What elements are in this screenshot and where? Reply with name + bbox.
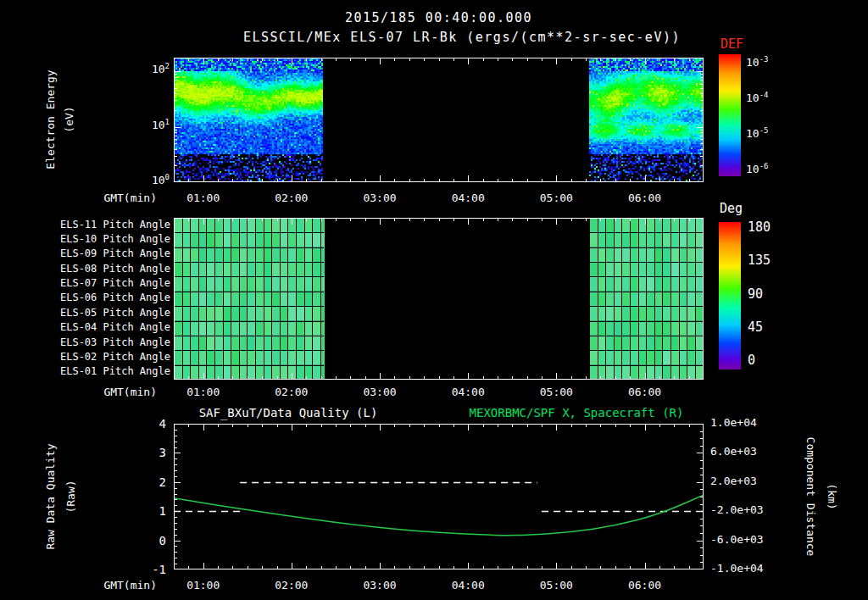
- pitch-row-label: ELS-04 Pitch Angle: [50, 322, 170, 334]
- pitch-row-label: ELS-08 Pitch Angle: [50, 264, 170, 275]
- x-tick-label: 06:00: [620, 386, 670, 399]
- quality-axis-label: Raw Data Quality: [45, 443, 58, 549]
- def-colorbar-tick: 10-5: [746, 128, 797, 141]
- distance-axis-tick: 1.0e+04: [710, 417, 787, 430]
- deg-colorbar: [719, 222, 741, 369]
- gmt-label-spectrogram: GMT(min): [87, 192, 157, 205]
- x-tick-label: 01:00: [178, 192, 229, 205]
- x-tick-label: 03:00: [354, 580, 405, 592]
- x-tick-label: 02:00: [266, 580, 317, 592]
- x-tick-label: 04:00: [442, 386, 493, 399]
- pitch-row-label: ELS-10 Pitch Angle: [50, 234, 170, 246]
- deg-colorbar-label: Deg: [720, 202, 743, 216]
- def-colorbar-tick: 10-3: [746, 57, 797, 69]
- deg-colorbar-tick: 90: [748, 287, 798, 302]
- distance-axis-tick: 6.0e+03: [710, 446, 787, 458]
- deg-colorbar-tick: 135: [748, 253, 798, 268]
- quality-axis-tick: 3: [122, 446, 166, 459]
- quality-axis-units: (Raw): [65, 480, 78, 513]
- x-tick-label: 02:00: [266, 386, 317, 399]
- gmt-label-pitch: GMT(min): [87, 386, 157, 399]
- def-colorbar-tick: 10-6: [746, 164, 797, 176]
- energy-axis-tick: 100: [125, 175, 170, 187]
- distance-axis-tick: 2.0e+03: [710, 475, 787, 488]
- deg-colorbar-tick: 45: [748, 320, 798, 335]
- quality-axis-tick: 0: [122, 534, 166, 547]
- timestamp-title: 2015/185 00:40:00.000: [174, 11, 704, 25]
- def-colorbar: [719, 54, 741, 176]
- els-quicklook-plot: 2015/185 00:40:00.000 ELSSCIL/MEx ELS-07…: [0, 0, 868, 600]
- pitch-row-label: ELS-03 Pitch Angle: [50, 337, 170, 349]
- quality-series-title: SAF_BXuT/Data Quality (L): [174, 406, 403, 419]
- x-tick-label: 03:00: [354, 386, 405, 399]
- quality-distance-canvas: [174, 424, 704, 569]
- energy-axis-units: (eV): [64, 106, 76, 132]
- distance-axis-tick: -2.0e+03: [710, 504, 787, 517]
- plot-title: ELSSCIL/MEx ELS-07 LR-Bk (ergs/(cm**2-sr…: [174, 31, 750, 45]
- x-tick-label: 04:00: [442, 192, 493, 205]
- def-colorbar-tick: 10-4: [746, 92, 797, 105]
- pitch-row-label: ELS-07 Pitch Angle: [50, 278, 170, 290]
- gmt-label-timeseries: GMT(min): [87, 580, 157, 592]
- pitch-row-label: ELS-06 Pitch Angle: [50, 292, 170, 304]
- energy-axis-tick: 102: [125, 64, 170, 76]
- distance-series-title: MEXORBMC/SPF X, Spacecraft (R): [437, 406, 716, 419]
- x-tick-label: 06:00: [620, 580, 670, 592]
- x-tick-label: 06:00: [620, 192, 670, 205]
- quality-axis-tick: 4: [122, 417, 166, 431]
- quality-axis-tick: 1: [122, 504, 166, 518]
- distance-axis-tick: -6.0e+03: [710, 534, 787, 547]
- x-tick-label: 02:00: [266, 192, 317, 205]
- x-tick-label: 03:00: [354, 192, 405, 205]
- x-tick-label: 05:00: [531, 192, 581, 205]
- x-tick-label: 01:00: [178, 580, 229, 592]
- energy-axis-label: Electron Energy: [45, 69, 58, 169]
- def-colorbar-label: DEF: [721, 37, 743, 52]
- pitch-row-label: ELS-05 Pitch Angle: [50, 308, 170, 319]
- x-tick-label: 04:00: [442, 580, 493, 592]
- quality-axis-tick: -1: [122, 563, 166, 576]
- x-tick-label: 05:00: [531, 580, 581, 592]
- x-tick-label: 05:00: [531, 386, 581, 399]
- quality-axis-tick: 2: [122, 475, 166, 489]
- pitch-row-label: ELS-09 Pitch Angle: [50, 248, 170, 260]
- distance-axis-tick: -1.0e+04: [710, 563, 787, 575]
- pitch-row-label: ELS-11 Pitch Angle: [50, 219, 170, 231]
- electron-energy-spectrogram-canvas: [174, 58, 704, 182]
- pitch-angle-canvas: [174, 218, 704, 380]
- deg-colorbar-tick: 0: [748, 353, 798, 368]
- pitch-row-label: ELS-02 Pitch Angle: [50, 352, 170, 364]
- distance-axis-units: (km): [826, 483, 838, 509]
- distance-axis-label: Component Distance: [804, 437, 817, 557]
- deg-colorbar-tick: 180: [748, 220, 798, 235]
- x-tick-label: 01:00: [178, 386, 229, 399]
- pitch-row-label: ELS-01 Pitch Angle: [50, 366, 170, 378]
- energy-axis-tick: 101: [125, 119, 170, 132]
